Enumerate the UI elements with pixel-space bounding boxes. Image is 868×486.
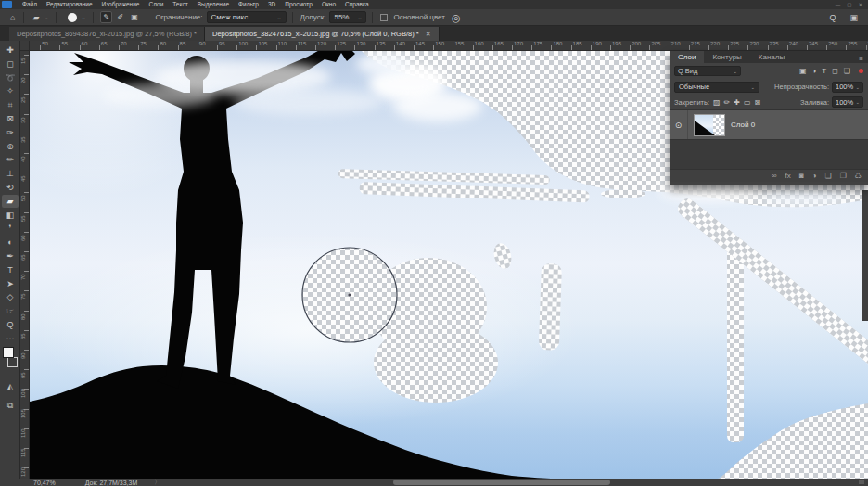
filter-adjustment-layers-icon[interactable]: ◑ [811, 67, 816, 75]
lock-transparency-icon[interactable]: ▨ [713, 98, 721, 107]
status-chevron-icon[interactable]: 〉 [154, 478, 160, 486]
sampling-once-icon: ✐ [118, 13, 124, 21]
path-selection-tool[interactable]: ➤ [2, 277, 19, 290]
brush-size-preview[interactable] [68, 13, 77, 22]
ruler-corner[interactable] [20, 41, 30, 51]
menu-3d[interactable]: 3D [263, 0, 280, 9]
search-icon[interactable]: Q [826, 10, 838, 25]
pen-pressure-icon[interactable]: ◎ [449, 10, 464, 25]
zoom-tool[interactable]: Q [2, 318, 19, 331]
pen-tool[interactable]: ✒ [2, 249, 19, 262]
limits-select[interactable]: Смеж.пикс ⌄ [207, 11, 287, 23]
menu-текст[interactable]: Текст [168, 0, 192, 9]
menu-выделение[interactable]: Выделение [193, 0, 234, 9]
document-tab-2[interactable]: Depositphotos_38247615_xl-2015.jpg @ 70,… [205, 27, 440, 41]
menu-слои[interactable]: Слои [144, 0, 168, 9]
tolerance-field[interactable]: 55% ⌄ [329, 11, 366, 23]
hand-tool-icon: ☞ [6, 306, 14, 315]
vertical-ruler[interactable]: 1520253035404550556065707580859095100105… [20, 51, 30, 479]
ruler-tick [24, 251, 29, 252]
ruler-number: 80 [160, 41, 166, 46]
filter-toggle-icon[interactable] [859, 69, 863, 73]
delete-layer-icon[interactable]: ♺ [855, 170, 862, 183]
eyedropper-tool[interactable]: ✑ [2, 126, 19, 139]
horizontal-scrollbar-thumb[interactable] [393, 480, 610, 485]
ruler-number: 185 [573, 41, 582, 46]
type-tool[interactable]: T [2, 263, 19, 276]
fill-field[interactable]: 100% ⌄ [832, 96, 863, 108]
screen-mode-button[interactable]: ⧉ [2, 399, 19, 412]
eraser-tool[interactable]: ▰ [2, 195, 19, 208]
horizontal-ruler[interactable]: 4550556065707580859095100105110115120125… [30, 41, 868, 51]
maximize-icon[interactable]: ▢ [847, 0, 851, 9]
sampling-background-button[interactable]: ▣ [128, 11, 140, 23]
tab-paths[interactable]: Контуры [704, 51, 749, 63]
background-color-swatch[interactable] [7, 357, 18, 367]
lock-artboard-icon[interactable]: ▭ [744, 98, 751, 107]
ruler-tick [24, 232, 29, 233]
protect-foreground-checkbox[interactable] [380, 14, 388, 21]
filter-smart-objects-icon[interactable]: ❏ [844, 67, 850, 75]
layer-thumbnail[interactable] [694, 114, 725, 136]
link-layers-icon[interactable]: ∞ [772, 170, 777, 183]
menu-справка[interactable]: Справка [340, 0, 374, 9]
workspace-switcher-icon[interactable]: ▣ [847, 10, 861, 25]
brush-picker-chevron-icon[interactable]: ⌄ [79, 14, 87, 20]
filter-pixel-layers-icon[interactable]: ▣ [799, 67, 807, 75]
menu-файл[interactable]: Файл [18, 0, 42, 9]
edit-toolbar[interactable]: ⋯ [2, 332, 19, 345]
new-layer-icon[interactable]: ❐ [840, 170, 847, 183]
lock-pixels-icon[interactable]: ✏ [724, 98, 731, 107]
quick-mask-button[interactable]: ◭ [2, 380, 19, 393]
home-icon[interactable]: ⌂ [7, 10, 18, 25]
layer-effects-icon[interactable]: fx [785, 170, 791, 183]
document-tab-1[interactable]: Depositphotos_86943876_xl-2015.jpg @ 27,… [9, 27, 205, 41]
filter-type-layers-icon[interactable]: T [822, 67, 826, 75]
filter-shape-layers-icon[interactable]: ◻ [832, 67, 838, 75]
blur-tool[interactable]: ❜ [2, 222, 19, 235]
menu-редактирование[interactable]: Редактирование [42, 0, 97, 9]
ruler-number: 65 [101, 41, 108, 46]
layer-visibility-toggle[interactable]: ⊙ [670, 110, 688, 139]
clone-stamp-tool[interactable]: ⊥ [2, 167, 19, 180]
lasso-tool[interactable]: ➰ [2, 71, 19, 84]
sampling-once-button[interactable]: ✐ [114, 11, 126, 23]
blend-mode-select[interactable]: Обычные ⌄ [674, 82, 760, 93]
frame-tool[interactable]: ⊠ [2, 112, 19, 125]
close-icon[interactable]: ✕ [858, 0, 862, 9]
adjustment-layer-icon[interactable]: ◑ [812, 170, 817, 183]
status-zoom-level[interactable]: 70,47% [33, 480, 56, 486]
layer-row[interactable]: ⊙Слой 0 [670, 110, 868, 140]
close-icon[interactable]: ✕ [426, 31, 431, 38]
healing-brush-tool[interactable]: ⊕ [2, 140, 19, 153]
tool-preset-icon[interactable]: ▰ [30, 10, 42, 25]
menu-окно[interactable]: Окно [317, 0, 340, 9]
sampling-continuous-button[interactable]: ✎ [100, 11, 112, 23]
tab-layers[interactable]: Слои [670, 51, 704, 63]
menu-просмотр[interactable]: Просмотр [280, 0, 317, 9]
panel-menu-icon[interactable]: ≡ [859, 55, 868, 63]
layer-mask-icon[interactable]: ◙ [799, 170, 804, 183]
menu-изображение[interactable]: Изображение [97, 0, 145, 9]
menu-фильтр[interactable]: Фильтр [234, 0, 263, 9]
marquee-tool[interactable]: ◻ [2, 58, 19, 70]
ruler-number: 155 [454, 41, 464, 46]
move-tool[interactable]: ✚ [2, 44, 19, 57]
brush-tool[interactable]: ✏ [2, 153, 19, 166]
tool-preset-chevron-icon[interactable]: ⌄ [42, 14, 50, 20]
shape-tool[interactable]: ◇ [2, 290, 19, 303]
lock-position-icon[interactable]: ✚ [734, 98, 740, 107]
gradient-tool[interactable]: ◧ [2, 209, 19, 222]
quick-selection-tool[interactable]: ✧ [2, 84, 19, 97]
layer-group-icon[interactable]: ❏ [824, 170, 831, 183]
layer-filter-select[interactable]: Q Вид ⌄ [674, 66, 741, 76]
minimize-icon[interactable]: — [836, 0, 841, 9]
hand-tool[interactable]: ☞ [2, 304, 19, 317]
crop-tool[interactable]: ⌗ [2, 98, 19, 111]
lock-all-icon[interactable]: ⊠ [755, 98, 761, 107]
tab-channels[interactable]: Каналы [750, 51, 793, 63]
foreground-color-swatch[interactable] [3, 347, 14, 358]
history-brush-tool[interactable]: ⟲ [2, 181, 19, 194]
dodge-tool[interactable]: ◐ [2, 236, 19, 249]
opacity-field[interactable]: 100% ⌄ [832, 82, 863, 93]
